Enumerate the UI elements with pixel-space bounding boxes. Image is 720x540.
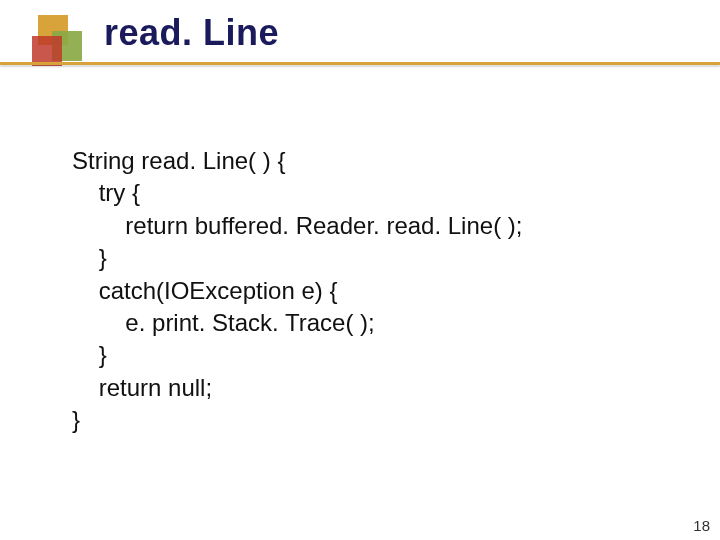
code-line: catch(IOException e) { — [72, 277, 337, 304]
code-line: } — [72, 244, 107, 271]
slide-logo — [10, 15, 86, 65]
slide-title: read. Line — [104, 12, 279, 54]
code-line: return null; — [72, 374, 212, 401]
code-line: try { — [72, 179, 140, 206]
code-line: e. print. Stack. Trace( ); — [72, 309, 375, 336]
code-line: } — [72, 406, 80, 433]
code-line: return buffered. Reader. read. Line( ); — [72, 212, 522, 239]
page-number: 18 — [693, 517, 710, 534]
code-line: } — [72, 341, 107, 368]
code-block: String read. Line( ) { try { return buff… — [72, 145, 522, 437]
title-underline — [0, 62, 720, 65]
code-line: String read. Line( ) { — [72, 147, 285, 174]
